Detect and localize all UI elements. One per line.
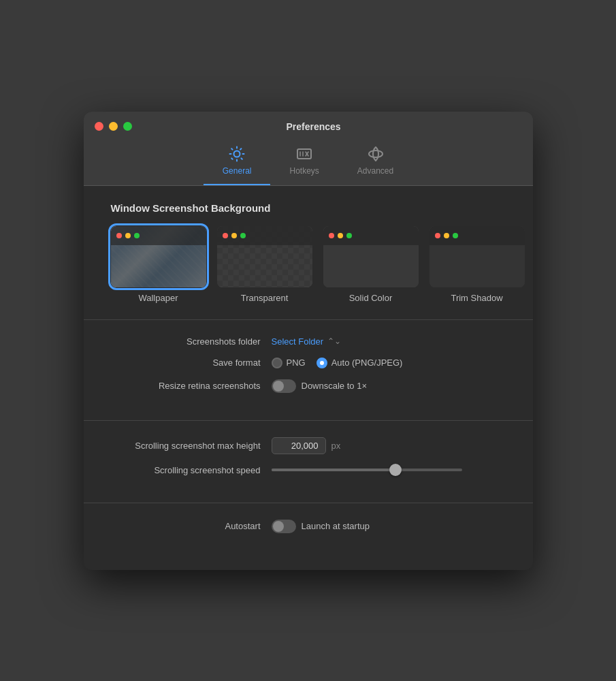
mini-window-bar-trim bbox=[429, 226, 525, 245]
mini-dot-green-s bbox=[346, 233, 352, 238]
scroll-speed-slider-wrapper bbox=[272, 469, 462, 471]
mini-window-body-wallpaper bbox=[111, 245, 206, 287]
tab-bar: General Hotkeys Advanced bbox=[204, 139, 412, 185]
resize-retina-row: Resize retina screenshots Downscale to 1… bbox=[111, 379, 506, 393]
mini-dot-green-t bbox=[240, 233, 246, 238]
svg-rect-1 bbox=[297, 149, 311, 159]
radio-png[interactable]: PNG bbox=[272, 358, 306, 368]
hotkeys-icon bbox=[295, 144, 314, 163]
selector-arrows-icon: ⌃⌄ bbox=[327, 336, 341, 346]
wallpaper-label: Wallpaper bbox=[138, 293, 178, 303]
bg-option-wallpaper[interactable]: Wallpaper bbox=[111, 226, 206, 303]
titlebar: Preferences General Hotkeys bbox=[84, 112, 533, 186]
autostart-toggle[interactable] bbox=[272, 520, 296, 533]
bg-option-trim-shadow[interactable]: Trim Shadow bbox=[429, 226, 525, 303]
scroll-speed-slider-track[interactable] bbox=[272, 469, 462, 471]
titlebar-top: Preferences bbox=[95, 121, 522, 132]
bg-option-solid-color[interactable]: Solid Color bbox=[323, 226, 419, 303]
resize-retina-label: Resize retina screenshots bbox=[111, 381, 261, 391]
traffic-lights bbox=[95, 122, 132, 131]
scroll-speed-label: Scrolling screenshot speed bbox=[111, 465, 261, 475]
max-height-input-wrapper: px bbox=[272, 437, 341, 454]
window-title: Preferences bbox=[132, 121, 496, 132]
max-height-row: Scrolling screenshot max height px bbox=[111, 437, 506, 454]
mini-window-body-solid bbox=[323, 245, 419, 287]
mini-dot-red-t bbox=[223, 233, 228, 238]
transparent-label: Transparent bbox=[241, 293, 289, 303]
mini-dot-green bbox=[134, 233, 140, 238]
close-button[interactable] bbox=[95, 122, 103, 131]
radio-png-label: PNG bbox=[287, 358, 306, 368]
trim-shadow-label: Trim Shadow bbox=[451, 293, 502, 303]
autostart-row: Autostart Launch at startup bbox=[111, 520, 506, 533]
mini-window-body-transparent bbox=[217, 245, 312, 287]
section-title: Window Screenshot Background bbox=[111, 202, 506, 214]
mini-dot-yellow-s bbox=[338, 233, 343, 238]
autostart-section: Autostart Launch at startup bbox=[111, 514, 506, 550]
autostart-label: Autostart bbox=[111, 521, 261, 531]
radio-auto[interactable]: Auto (PNG/JPEG) bbox=[317, 358, 403, 368]
tab-hotkeys[interactable]: Hotkeys bbox=[270, 139, 338, 185]
maximize-button[interactable] bbox=[123, 122, 132, 131]
radio-circle-png bbox=[272, 358, 282, 368]
slider-thumb[interactable] bbox=[389, 464, 402, 476]
autostart-toggle-label: Launch at startup bbox=[302, 521, 370, 531]
mini-window-bar-solid bbox=[323, 226, 419, 245]
transparent-preview bbox=[217, 226, 312, 287]
slider-fill bbox=[272, 469, 395, 471]
folder-selector[interactable]: Select Folder ⌃⌄ bbox=[272, 336, 342, 347]
tab-general-label: General bbox=[223, 166, 252, 176]
folder-selector-value: Select Folder bbox=[272, 336, 324, 347]
save-format-radio-group: PNG Auto (PNG/JPEG) bbox=[272, 358, 403, 368]
screenshots-folder-label: Screenshots folder bbox=[111, 336, 261, 347]
tab-general[interactable]: General bbox=[204, 139, 271, 185]
trim-shadow-preview bbox=[429, 226, 525, 287]
mini-window-body-trim bbox=[429, 245, 525, 287]
radio-auto-label: Auto (PNG/JPEG) bbox=[331, 358, 403, 368]
mini-dot-red-tr bbox=[435, 233, 440, 238]
background-options: Wallpaper Transparent bbox=[111, 226, 506, 303]
background-section: Window Screenshot Background Wallpaper bbox=[111, 202, 506, 303]
scroll-speed-row: Scrolling screenshot speed bbox=[111, 465, 506, 475]
tab-advanced[interactable]: Advanced bbox=[338, 139, 412, 185]
mini-window-bar-wallpaper bbox=[111, 226, 206, 245]
resize-retina-toggle[interactable] bbox=[272, 379, 296, 393]
max-height-unit: px bbox=[331, 441, 341, 451]
save-format-label: Save format bbox=[111, 358, 261, 368]
form-section: Screenshots folder Select Folder ⌃⌄ Save… bbox=[111, 331, 506, 409]
resize-retina-toggle-label: Downscale to 1× bbox=[302, 381, 367, 391]
tab-hotkeys-label: Hotkeys bbox=[289, 166, 319, 176]
autostart-toggle-wrapper: Launch at startup bbox=[272, 520, 370, 533]
svg-point-0 bbox=[234, 151, 240, 157]
mini-dot-red bbox=[116, 233, 122, 238]
advanced-icon bbox=[366, 144, 385, 163]
mini-dot-yellow bbox=[125, 233, 131, 238]
wallpaper-preview bbox=[111, 226, 206, 287]
radio-circle-auto bbox=[317, 358, 327, 368]
scrolling-section: Scrolling screenshot max height px Scrol… bbox=[111, 432, 506, 492]
content-area: Window Screenshot Background Wallpaper bbox=[84, 186, 533, 570]
screenshots-folder-row: Screenshots folder Select Folder ⌃⌄ bbox=[111, 336, 506, 347]
solid-color-label: Solid Color bbox=[349, 293, 393, 303]
divider-2 bbox=[84, 420, 533, 421]
solid-color-preview bbox=[323, 226, 419, 287]
divider-1 bbox=[84, 319, 533, 320]
mini-dot-green-tr bbox=[453, 233, 458, 238]
mini-dot-yellow-tr bbox=[444, 233, 449, 238]
mini-dot-red-s bbox=[329, 233, 334, 238]
bg-option-transparent[interactable]: Transparent bbox=[217, 226, 312, 303]
svg-point-6 bbox=[369, 151, 383, 157]
resize-retina-toggle-wrapper: Downscale to 1× bbox=[272, 379, 367, 393]
mini-dot-yellow-t bbox=[231, 233, 237, 238]
divider-3 bbox=[84, 503, 533, 503]
gear-icon bbox=[227, 144, 246, 163]
tab-advanced-label: Advanced bbox=[357, 166, 393, 176]
mini-window-bar-transparent bbox=[217, 226, 312, 245]
max-height-input[interactable] bbox=[272, 437, 326, 454]
save-format-row: Save format PNG Auto (PNG/JPEG) bbox=[111, 358, 506, 368]
preferences-window: Preferences General Hotkeys bbox=[84, 112, 533, 570]
max-height-label: Scrolling screenshot max height bbox=[111, 441, 261, 451]
minimize-button[interactable] bbox=[109, 122, 118, 131]
